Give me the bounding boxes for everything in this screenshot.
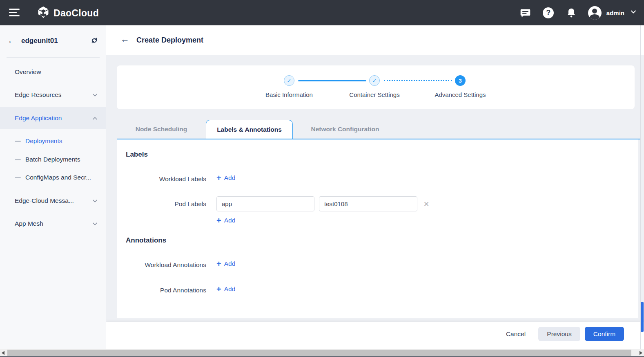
menu-toggle-icon[interactable]: [9, 9, 20, 17]
add-pod-label-button[interactable]: + Add: [216, 216, 235, 225]
chevron-down-icon: [92, 92, 98, 100]
tab-network-configuration[interactable]: Network Configuration: [293, 120, 397, 139]
confirm-button[interactable]: Confirm: [585, 327, 624, 341]
sidebar-header: ← edgeunit01: [0, 33, 106, 52]
page-back-icon[interactable]: ←: [120, 35, 129, 44]
scroll-right-arrow-icon[interactable]: [640, 351, 642, 355]
sidebar-item-label: Edge Application: [15, 115, 62, 122]
vertical-scrollbar-track: [640, 25, 641, 349]
sidebar: ← edgeunit01 Overview Edge Resources Edg…: [0, 25, 106, 349]
chevron-down-icon: [92, 221, 98, 229]
chevron-down-icon: [92, 198, 98, 206]
plus-icon: +: [216, 260, 221, 268]
annotations-section-title: Annotations: [126, 236, 166, 245]
add-label: Add: [224, 217, 236, 224]
plus-icon: +: [216, 174, 221, 182]
horizontal-scrollbar[interactable]: [0, 349, 644, 356]
question-glyph: ?: [546, 9, 550, 17]
chevron-up-icon: [92, 115, 98, 123]
step-3-label: Advanced Settings: [419, 91, 501, 98]
step-number: 3: [459, 78, 462, 84]
confirm-label: Confirm: [593, 330, 615, 338]
help-icon[interactable]: ?: [542, 7, 555, 19]
previous-label: Previous: [547, 330, 571, 338]
notifications-bell-icon[interactable]: [565, 7, 577, 19]
tab-label: Network Configuration: [311, 126, 379, 133]
sidebar-item-app-mesh[interactable]: App Mesh: [0, 214, 106, 234]
step-2-check-icon: ✓: [369, 75, 380, 86]
add-workload-label-button[interactable]: + Add: [216, 174, 235, 182]
sidebar-item-edge-application[interactable]: Edge Application: [0, 107, 106, 129]
check-glyph: ✓: [372, 78, 377, 84]
brand-name: DaoCloud: [53, 8, 99, 19]
horizontal-scrollbar-thumb[interactable]: [7, 350, 631, 356]
sidebar-divider: [7, 57, 100, 58]
labels-annotations-form: Labels Workload Labels + Add Pod Labels …: [117, 139, 638, 318]
pod-label-value-input[interactable]: [319, 196, 417, 211]
stepper: ✓ ✓ 3 Basic Information Container Settin…: [117, 65, 635, 109]
add-label: Add: [224, 285, 236, 293]
page-header: ← Create Deployment: [106, 25, 644, 55]
sidebar-item-label: Overview: [15, 68, 41, 76]
sidebar-item-label: Edge-Cloud Messa...: [15, 197, 74, 204]
tab-node-scheduling[interactable]: Node Scheduling: [117, 120, 206, 139]
sidebar-item-overview[interactable]: Overview: [0, 62, 106, 82]
sidebar-item-label: Deployments: [25, 137, 62, 145]
add-pod-annotation-button[interactable]: + Add: [216, 285, 235, 293]
labels-section-title: Labels: [126, 150, 148, 159]
pod-annotations-label: Pod Annotations: [117, 287, 206, 294]
sidebar-item-deployments[interactable]: Deployments: [0, 132, 106, 150]
plus-icon: +: [216, 216, 221, 225]
step-1-label: Basic Information: [248, 91, 330, 98]
sidebar-item-edge-cloud-message[interactable]: Edge-Cloud Messa...: [0, 191, 106, 211]
add-label: Add: [224, 260, 236, 267]
step-connector-solid: [298, 80, 366, 81]
sidebar-item-label: Edge Resources: [15, 91, 62, 99]
remove-pod-label-icon[interactable]: ✕: [423, 200, 429, 209]
wizard-footer: Cancel Previous Confirm: [106, 322, 644, 349]
sidebar-item-label: ConfigMaps and Secr...: [25, 174, 91, 181]
daocloud-logo-icon: [37, 6, 50, 20]
scroll-left-arrow-icon[interactable]: [2, 351, 4, 355]
step-3-badge: 3: [455, 75, 466, 86]
cancel-button[interactable]: Cancel: [504, 327, 528, 341]
workload-annotations-label: Workload Annotations: [117, 261, 206, 269]
pod-labels-label: Pod Labels: [117, 200, 206, 208]
add-label: Add: [224, 174, 236, 182]
page-title: Create Deployment: [136, 36, 203, 45]
workload-labels-label: Workload Labels: [117, 175, 206, 183]
check-glyph: ✓: [287, 78, 292, 84]
topbar: DaoCloud ? admin: [0, 0, 644, 25]
messages-icon[interactable]: [519, 7, 532, 19]
step-connector-dotted: [384, 80, 452, 81]
switch-cluster-icon[interactable]: [90, 36, 99, 47]
step-2-label: Container Settings: [334, 91, 415, 98]
sidebar-item-batch-deployments[interactable]: Batch Deployments: [0, 150, 106, 168]
brand: DaoCloud: [37, 6, 99, 20]
user-avatar[interactable]: [588, 6, 602, 20]
tab-underline: [117, 139, 641, 139]
sidebar-item-edge-resources[interactable]: Edge Resources: [0, 85, 106, 105]
pod-label-key-input[interactable]: [216, 196, 314, 211]
user-menu-chevron-down-icon[interactable]: [630, 9, 637, 17]
previous-button[interactable]: Previous: [538, 327, 580, 341]
tab-label: Node Scheduling: [136, 126, 187, 133]
tab-label: Labels & Annotations: [217, 126, 282, 133]
dash-icon: [15, 141, 21, 142]
topbar-actions: ? admin: [519, 0, 637, 25]
sidebar-item-label: Batch Deployments: [25, 156, 80, 163]
step-1-check-icon: ✓: [284, 75, 294, 86]
plus-icon: +: [216, 285, 221, 293]
dash-icon: [15, 177, 21, 178]
sidebar-item-configmaps-secrets[interactable]: ConfigMaps and Secr...: [0, 168, 106, 186]
cancel-label: Cancel: [506, 330, 526, 338]
add-workload-annotation-button[interactable]: + Add: [216, 260, 235, 268]
sidebar-item-label: App Mesh: [15, 220, 43, 227]
content-area: ✓ ✓ 3 Basic Information Container Settin…: [106, 55, 644, 349]
cluster-name: edgeunit01: [21, 37, 58, 45]
sidebar-back-icon[interactable]: ←: [7, 36, 16, 45]
tab-labels-annotations[interactable]: Labels & Annotations: [206, 120, 293, 139]
dash-icon: [15, 159, 21, 160]
vertical-scrollbar-thumb[interactable]: [641, 302, 644, 332]
username: admin: [606, 9, 624, 16]
